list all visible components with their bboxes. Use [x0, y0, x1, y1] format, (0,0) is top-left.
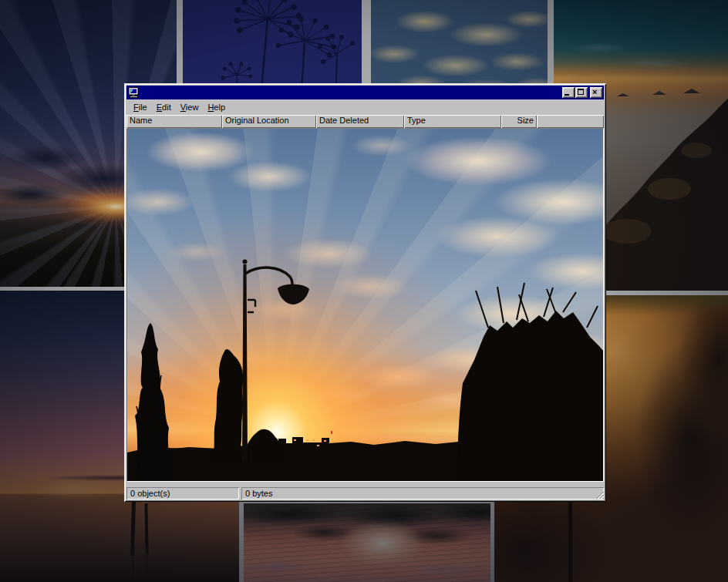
minimize-icon	[565, 94, 569, 96]
menu-bar: File Edit View Help	[126, 99, 604, 115]
recycle-bin-window: × File Edit View Help Name Original Loca…	[124, 83, 606, 502]
resize-grip-icon[interactable]	[595, 489, 604, 499]
menu-view[interactable]: View	[176, 101, 204, 113]
water-pole	[144, 503, 148, 553]
column-header-name[interactable]: Name	[126, 115, 222, 128]
photo-silhouettes	[127, 129, 604, 482]
status-bar: 0 object(s) 0 bytes	[126, 482, 604, 500]
maximize-button[interactable]	[575, 87, 588, 98]
column-header-type[interactable]: Type	[404, 115, 501, 128]
status-total-size: 0 bytes	[241, 487, 604, 500]
water-pole-reflection	[146, 553, 148, 576]
file-list-area[interactable]	[126, 128, 604, 482]
water-pole	[130, 502, 136, 556]
water-pole-reflection	[132, 556, 134, 582]
desktop: × File Edit View Help Name Original Loca…	[0, 0, 728, 582]
desktop-photo-water-reflection	[244, 503, 490, 582]
computer-icon[interactable]	[128, 87, 140, 98]
menu-edit[interactable]: Edit	[152, 101, 176, 113]
minimize-button[interactable]	[562, 87, 575, 98]
column-header-original-location[interactable]: Original Location	[222, 115, 316, 128]
close-button[interactable]: ×	[590, 87, 602, 98]
column-header-filler	[537, 115, 604, 128]
menu-help[interactable]: Help	[203, 101, 230, 113]
column-header-size[interactable]: Size	[501, 115, 537, 128]
maximize-icon	[578, 89, 584, 95]
sunset-lamp-photo	[127, 129, 604, 482]
column-headers: Name Original Location Date Deleted Type…	[126, 115, 604, 128]
column-header-date-deleted[interactable]: Date Deleted	[316, 115, 404, 128]
menu-file[interactable]: File	[129, 101, 152, 113]
window-titlebar[interactable]: ×	[126, 86, 604, 99]
status-object-count: 0 object(s)	[126, 487, 239, 500]
close-icon: ×	[592, 89, 597, 96]
